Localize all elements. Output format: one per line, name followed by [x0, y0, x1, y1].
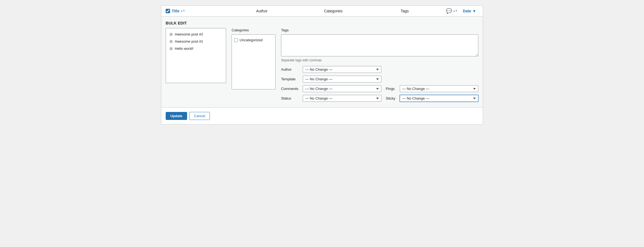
post-title: Awesome post #1: [175, 39, 203, 43]
title-label: Title: [172, 9, 180, 13]
title-sort-arrows: ▲▼: [181, 10, 185, 12]
comment-icon: 💬: [446, 8, 452, 14]
template-select[interactable]: — No Change —: [303, 76, 381, 83]
update-button[interactable]: Update: [166, 112, 187, 120]
sticky-field-label: Sticky: [386, 96, 395, 100]
pings-select[interactable]: — No Change —: [400, 85, 478, 92]
tags-label: Tags: [281, 28, 478, 32]
categories-column-header: Categories: [298, 9, 369, 13]
template-field-label: Template: [281, 77, 298, 81]
list-item[interactable]: ⊗ Awesome post #1: [166, 38, 226, 45]
categories-column: Categories Uncategorized: [232, 28, 276, 89]
posts-column: ⊗ Awesome post #2 ⊗ Awesome post #1 ⊗ He…: [166, 28, 226, 83]
tags-textarea[interactable]: [281, 34, 478, 56]
remove-post-icon[interactable]: ⊗: [169, 46, 173, 51]
table-header: Title ▲▼ Author Categories Tags 💬 ▲▼ Dat…: [161, 6, 483, 17]
status-field-label: Status: [281, 96, 298, 100]
post-title: Hello world!: [175, 46, 193, 51]
posts-list: ⊗ Awesome post #2 ⊗ Awesome post #1 ⊗ He…: [166, 28, 226, 83]
author-column-header: Author: [226, 9, 298, 13]
title-sort[interactable]: Title ▲▼: [172, 9, 185, 13]
title-column-header: Title ▲▼: [166, 9, 226, 13]
list-item[interactable]: ⊗ Hello world!: [166, 45, 226, 52]
status-select[interactable]: — No Change —: [303, 95, 381, 102]
sticky-select[interactable]: — No Change —: [400, 95, 478, 102]
remove-post-icon[interactable]: ⊗: [169, 39, 173, 43]
tags-help-text: Separate tags with commas: [281, 58, 478, 62]
comment-sort-arrows: ▲▼: [453, 10, 457, 12]
bulk-edit-form-fields: Author — No Change — Template — No Chang…: [281, 66, 478, 102]
date-column-header[interactable]: Date ▼: [463, 9, 478, 13]
select-all-checkbox[interactable]: [166, 9, 170, 13]
comments-select[interactable]: — No Change —: [303, 85, 381, 92]
bulk-edit-section: BULK EDIT ⊗ Awesome post #2 ⊗ Awesome po…: [161, 17, 483, 108]
author-field-label: Author: [281, 67, 298, 72]
post-title: Awesome post #2: [175, 32, 203, 36]
categories-list: Uncategorized: [232, 34, 276, 89]
cancel-button[interactable]: Cancel: [189, 112, 210, 120]
bulk-edit-title: BULK EDIT: [166, 21, 478, 25]
remove-post-icon[interactable]: ⊗: [169, 32, 173, 36]
list-item[interactable]: ⊗ Awesome post #2: [166, 31, 226, 38]
category-label: Uncategorized: [240, 38, 263, 42]
date-sort-arrow: ▼: [472, 9, 476, 13]
pings-field-label: Pings: [386, 87, 395, 91]
list-item: Uncategorized: [234, 37, 273, 43]
comment-icon-area: 💬 ▲▼: [440, 8, 463, 14]
tags-form-column: Tags Separate tags with commas Author — …: [281, 28, 478, 102]
comments-field-label: Comments: [281, 87, 298, 91]
categories-label: Categories: [232, 28, 276, 32]
tags-column-header: Tags: [369, 9, 440, 13]
bulk-edit-actions: Update Cancel: [161, 108, 483, 124]
author-select[interactable]: — No Change —: [303, 66, 381, 73]
uncategorized-checkbox[interactable]: [234, 38, 238, 42]
